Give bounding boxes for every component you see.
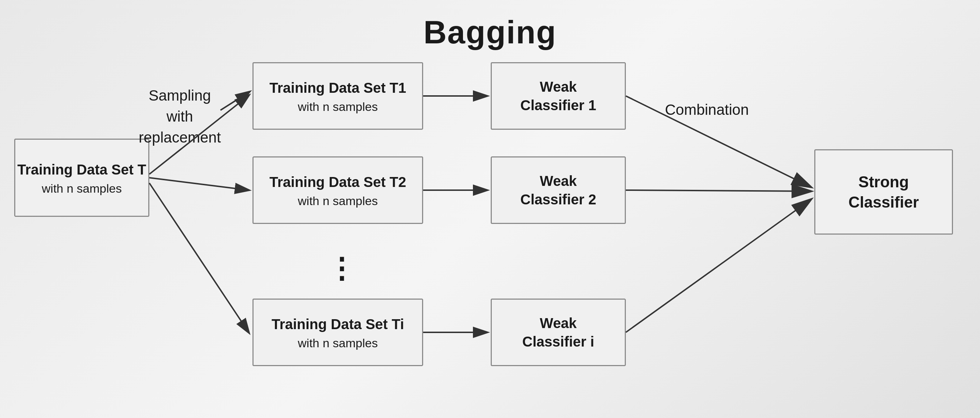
box-weak2: Weak Classifier 2 xyxy=(491,156,626,224)
svg-line-3 xyxy=(150,178,249,190)
box-training-t2-title: Training Data Set T2 xyxy=(269,173,406,191)
box-training-ti: Training Data Set Ti with n samples xyxy=(253,299,423,366)
box-weaki: Weak Classifier i xyxy=(491,299,626,366)
svg-line-4 xyxy=(150,183,249,333)
page-title: Bagging xyxy=(0,0,980,51)
box-training-t-subtitle: with n samples xyxy=(42,182,122,195)
svg-line-11 xyxy=(221,92,250,110)
box-weaki-title: Weak Classifier i xyxy=(522,314,594,351)
box-training-t1-subtitle: with n samples xyxy=(298,100,378,114)
box-weak2-title: Weak Classifier 2 xyxy=(520,172,596,209)
box-training-t2: Training Data Set T2 with n samples xyxy=(253,156,423,224)
box-training-t2-subtitle: with n samples xyxy=(298,194,378,208)
box-training-ti-subtitle: with n samples xyxy=(298,336,378,350)
box-strong: Strong Classifier xyxy=(814,149,953,235)
box-weak1-title: Weak Classifier 1 xyxy=(520,78,596,114)
box-training-t1-title: Training Data Set T1 xyxy=(269,79,406,97)
label-dots: ⋮ xyxy=(327,249,357,289)
box-strong-title: Strong Classifier xyxy=(848,172,919,212)
label-sampling: Sampling with replacement xyxy=(139,85,221,148)
diagram-container: Bagging Training Data Set T with n sampl… xyxy=(0,0,980,418)
box-training-t1: Training Data Set T1 with n samples xyxy=(253,62,423,130)
box-training-ti-title: Training Data Set Ti xyxy=(272,315,404,334)
svg-line-9 xyxy=(626,190,811,191)
box-training-t-title: Training Data Set T xyxy=(18,160,146,179)
box-training-t: Training Data Set T with n samples xyxy=(14,138,150,217)
label-combination: Combination xyxy=(665,100,749,121)
box-weak1: Weak Classifier 1 xyxy=(491,62,626,130)
svg-line-10 xyxy=(626,199,811,332)
